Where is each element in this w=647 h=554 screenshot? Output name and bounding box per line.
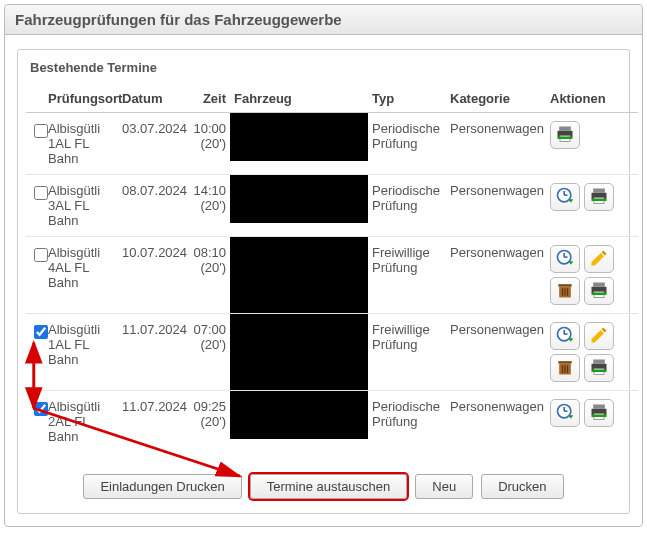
cell-typ: Freiwillige Prüfung <box>368 314 446 391</box>
cell-typ: Freiwillige Prüfung <box>368 237 446 314</box>
row-checkbox[interactable] <box>34 124 48 138</box>
print-icon <box>589 280 609 303</box>
einladungen-drucken-button[interactable]: Einladungen Drucken <box>83 474 241 499</box>
print-icon-button[interactable] <box>550 121 580 149</box>
cell-aktionen <box>546 175 638 237</box>
pencil-icon <box>589 325 609 348</box>
table-row: Albisgütli 1AL FL Bahn03.07.202410:00(20… <box>26 113 638 175</box>
row-checkbox[interactable] <box>34 248 48 262</box>
svg-rect-15 <box>558 284 571 287</box>
svg-rect-22 <box>592 292 607 295</box>
col-typ: Typ <box>368 85 446 113</box>
clock-reschedule-icon-button[interactable] <box>550 245 580 273</box>
cell-zeit: 10:00(20') <box>188 113 230 175</box>
neu-button[interactable]: Neu <box>415 474 473 499</box>
print-icon <box>555 124 575 147</box>
cell-fahrzeug <box>230 113 368 175</box>
cell-aktionen <box>546 391 638 453</box>
print-icon <box>589 402 609 425</box>
trash-icon-button[interactable] <box>550 277 580 305</box>
print-icon-button[interactable] <box>584 183 614 211</box>
cell-fahrzeug <box>230 237 368 314</box>
svg-rect-38 <box>593 404 605 408</box>
cell-aktionen <box>546 314 638 391</box>
trash-icon <box>555 280 575 303</box>
trash-icon <box>555 357 575 380</box>
col-aktionen: Aktionen <box>546 85 638 113</box>
cell-zeit: 07:00(20') <box>188 314 230 391</box>
clock-reschedule-icon <box>555 248 575 271</box>
col-kategorie: Kategorie <box>446 85 546 113</box>
cell-ort: Albisgütli 3AL FL Bahn <box>44 175 118 237</box>
clock-reschedule-icon <box>555 402 575 425</box>
cell-zeit: 09:25(20') <box>188 391 230 453</box>
svg-rect-27 <box>558 361 571 364</box>
cell-datum: 03.07.2024 <box>118 113 188 175</box>
clock-reschedule-icon <box>555 186 575 209</box>
drucken-button[interactable]: Drucken <box>481 474 563 499</box>
section-title: Bestehende Termine <box>26 60 621 85</box>
pencil-icon-button[interactable] <box>584 245 614 273</box>
print-icon <box>589 357 609 380</box>
svg-rect-31 <box>593 359 605 363</box>
pencil-icon <box>589 248 609 271</box>
clock-reschedule-icon <box>555 325 575 348</box>
svg-rect-41 <box>592 414 607 417</box>
appointments-table: Prüfungsort Datum Zeit Fahrzeug Typ Kate… <box>26 85 638 452</box>
col-check <box>26 85 44 113</box>
svg-rect-10 <box>592 198 607 201</box>
row-checkbox[interactable] <box>34 186 48 200</box>
cell-aktionen <box>546 113 638 175</box>
col-zeit: Zeit <box>188 85 230 113</box>
svg-rect-19 <box>593 282 605 286</box>
table-row: Albisgütli 4AL FL Bahn10.07.202408:10(20… <box>26 237 638 314</box>
col-fahrzeug: Fahrzeug <box>230 85 368 113</box>
cell-typ: Periodische Prüfung <box>368 175 446 237</box>
row-checkbox[interactable] <box>34 402 48 416</box>
col-datum: Datum <box>118 85 188 113</box>
cell-zeit: 08:10(20') <box>188 237 230 314</box>
print-icon-button[interactable] <box>584 354 614 382</box>
trash-icon-button[interactable] <box>550 354 580 382</box>
table-row: Albisgütli 1AL FL Bahn11.07.202407:00(20… <box>26 314 638 391</box>
cell-datum: 11.07.2024 <box>118 391 188 453</box>
cell-kategorie: Personenwagen <box>446 113 546 175</box>
svg-rect-7 <box>593 188 605 192</box>
table-header-row: Prüfungsort Datum Zeit Fahrzeug Typ Kate… <box>26 85 638 113</box>
cell-fahrzeug <box>230 391 368 453</box>
cell-fahrzeug <box>230 314 368 391</box>
cell-datum: 10.07.2024 <box>118 237 188 314</box>
appointments-section: Bestehende Termine Prüfungsort Datum Zei… <box>17 49 630 514</box>
svg-rect-34 <box>592 369 607 372</box>
panel-body: Bestehende Termine Prüfungsort Datum Zei… <box>5 35 642 526</box>
cell-kategorie: Personenwagen <box>446 237 546 314</box>
cell-kategorie: Personenwagen <box>446 175 546 237</box>
table-row: Albisgütli 3AL FL Bahn08.07.202414:10(20… <box>26 175 638 237</box>
row-checkbox[interactable] <box>34 325 48 339</box>
clock-reschedule-icon-button[interactable] <box>550 322 580 350</box>
cell-ort: Albisgütli 4AL FL Bahn <box>44 237 118 314</box>
cell-datum: 11.07.2024 <box>118 314 188 391</box>
termine-austauschen-button[interactable]: Termine austauschen <box>250 474 408 499</box>
cell-typ: Periodische Prüfung <box>368 113 446 175</box>
page-title: Fahrzeugprüfungen für das Fahrzeuggewerb… <box>5 5 642 35</box>
print-icon-button[interactable] <box>584 277 614 305</box>
clock-reschedule-icon-button[interactable] <box>550 399 580 427</box>
print-icon <box>589 186 609 209</box>
clock-reschedule-icon-button[interactable] <box>550 183 580 211</box>
cell-kategorie: Personenwagen <box>446 391 546 453</box>
svg-rect-3 <box>558 136 573 139</box>
cell-typ: Periodische Prüfung <box>368 391 446 453</box>
table-row: Albisgütli 2AL FL Bahn11.07.202409:25(20… <box>26 391 638 453</box>
main-panel: Fahrzeugprüfungen für das Fahrzeuggewerb… <box>4 4 643 527</box>
pencil-icon-button[interactable] <box>584 322 614 350</box>
cell-datum: 08.07.2024 <box>118 175 188 237</box>
print-icon-button[interactable] <box>584 399 614 427</box>
col-ort: Prüfungsort <box>44 85 118 113</box>
cell-ort: Albisgütli 1AL FL Bahn <box>44 113 118 175</box>
cell-aktionen <box>546 237 638 314</box>
svg-rect-0 <box>559 126 571 130</box>
button-row: Einladungen Drucken Termine austauschen … <box>26 474 621 499</box>
cell-kategorie: Personenwagen <box>446 314 546 391</box>
cell-ort: Albisgütli 2AL FL Bahn <box>44 391 118 453</box>
